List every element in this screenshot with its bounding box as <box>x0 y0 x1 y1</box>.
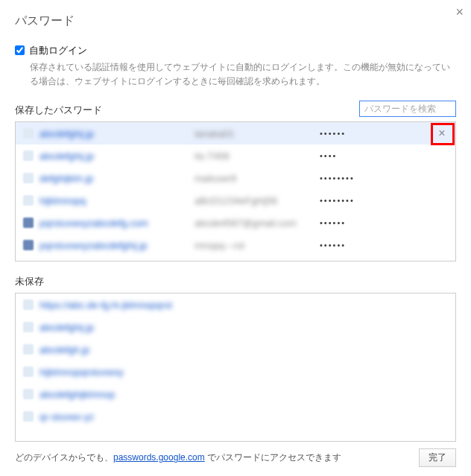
site-favicon <box>23 389 34 399</box>
site-name: https://abc.de-fg.hi-jklmnopqrst <box>39 299 172 311</box>
username: tanaka01 <box>195 128 314 139</box>
password-dots: •••••• <box>320 129 448 138</box>
site-favicon <box>23 366 34 377</box>
site-name: abcdefghij.jp <box>39 150 189 162</box>
unsaved-row[interactable]: abcdefghij.jp <box>16 316 455 338</box>
saved-section-header: 保存したパスワード <box>15 101 456 117</box>
dialog-close-button[interactable]: × <box>455 4 464 20</box>
footer-text: どのデバイスからでも、passwords.google.com でパスワードにア… <box>15 451 341 464</box>
username: abcde4567@gmail.com <box>195 218 314 229</box>
password-row[interactable]: pqrstuvwxyzabcdefghij.jp mnopq---rst •••… <box>16 234 455 256</box>
saved-list-scroll[interactable]: abcdefghij.jp tanaka01 •••••• × abcdefgh… <box>16 122 455 261</box>
site-name: hijklmnopq <box>39 195 189 206</box>
password-dots: •••• <box>320 151 448 160</box>
password-row[interactable]: hijklmnopq aBcD1234eFghIj56 •••••••• <box>16 189 455 212</box>
site-favicon <box>23 128 34 139</box>
password-dots: •••••• <box>320 218 448 227</box>
username: aBcD1234eFghIj56 <box>195 195 314 206</box>
password-dots: •••••••• <box>320 196 448 205</box>
dialog-title: パスワード <box>15 13 456 29</box>
autologin-checkbox[interactable] <box>15 45 25 55</box>
unsaved-row[interactable]: qr-stuvwx-yz <box>16 405 455 428</box>
footer-link[interactable]: passwords.google.com <box>113 452 205 463</box>
site-name: abcdefghij.jp <box>39 322 94 333</box>
site-name: abcdefgh.jp <box>39 344 89 355</box>
footer-text-before: どのデバイスからでも、 <box>15 452 113 463</box>
username: ito.T456 <box>195 150 314 162</box>
site-favicon <box>23 195 34 206</box>
autologin-label: 自動ログイン <box>29 44 87 57</box>
site-name: qr-stuvwx-yz <box>39 411 94 422</box>
unsaved-row[interactable]: abcdefgh.jp <box>16 338 455 361</box>
site-favicon <box>23 299 34 310</box>
unsaved-row[interactable]: abcdefghijklmnop <box>16 383 455 405</box>
saved-passwords-list: abcdefghij.jp tanaka01 •••••• × abcdefgh… <box>15 121 456 261</box>
site-favicon <box>23 218 34 228</box>
autologin-description: 保存されている認証情報を使用してウェブサイトに自動的にログインします。この機能が… <box>30 60 456 89</box>
search-input[interactable] <box>359 101 456 117</box>
unsaved-list: https://abc.de-fg.hi-jklmnopqrst abcdefg… <box>15 293 456 442</box>
password-row[interactable]: defghijklm.jp mailuser9 •••••••• <box>16 167 455 189</box>
site-favicon <box>23 173 34 183</box>
unsaved-row[interactable]: hijklmnopqrstuvwxy <box>16 361 455 383</box>
site-name: abcdefghij.jp <box>39 128 189 139</box>
unsaved-title: 未保存 <box>15 275 456 288</box>
site-favicon <box>23 240 34 250</box>
saved-title: 保存したパスワード <box>15 104 102 117</box>
site-name: hijklmnopqrstuvwxy <box>39 366 124 378</box>
site-name: pqrstuvwxyzabcdefg.com <box>39 218 189 229</box>
site-name: defghijklm.jp <box>39 173 189 184</box>
unsaved-row[interactable]: https://abc.de-fg.hi-jklmnopqrst <box>16 293 455 316</box>
site-name: pqrstuvwxyzabcdefghij.jp <box>39 240 189 251</box>
password-row[interactable]: abcdefghij.jp tanaka01 •••••• × <box>16 122 455 145</box>
autologin-row: 自動ログイン <box>15 44 456 57</box>
done-button[interactable]: 完了 <box>419 448 456 467</box>
site-favicon <box>23 344 34 355</box>
unsaved-list-scroll[interactable]: https://abc.de-fg.hi-jklmnopqrst abcdefg… <box>16 293 455 441</box>
footer: どのデバイスからでも、passwords.google.com でパスワードにア… <box>15 448 456 467</box>
password-row[interactable]: abcdefghij.jp ito.T456 •••• <box>16 145 455 167</box>
site-favicon <box>23 322 34 332</box>
password-dots: •••••••• <box>320 174 448 183</box>
site-favicon <box>23 150 34 161</box>
username: mailuser9 <box>195 173 314 184</box>
username: mnopq---rst <box>195 240 314 251</box>
password-row[interactable]: pqrstuvwxyzabcdefg.com abcde4567@gmail.c… <box>16 212 455 234</box>
site-name: abcdefghijklmnop <box>39 389 115 400</box>
site-favicon <box>23 411 34 422</box>
delete-row-button[interactable]: × <box>432 124 452 143</box>
footer-text-after: でパスワードにアクセスできます <box>205 452 341 463</box>
password-dots: •••••• <box>320 241 448 250</box>
